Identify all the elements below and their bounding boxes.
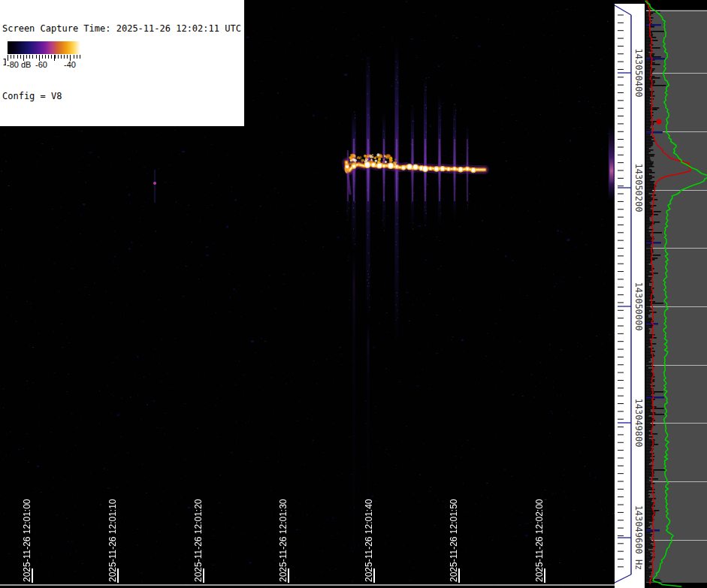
time-tick-label: 2025-11-26 12:02:00 — [534, 499, 545, 582]
time-tick-mark — [458, 568, 460, 583]
time-tick-mark — [32, 568, 33, 583]
capture-time-text: Screen Capture Time: 2025-11-26 12:02:11… — [2, 23, 241, 35]
time-tick-mark — [117, 568, 119, 583]
time-tick-label: 2025-11-26 12:01:50 — [449, 499, 459, 582]
time-tick-label: 2025-11-26 12:01:20 — [193, 499, 204, 582]
db-scale-labels: -80 dB -60 -40 — [6, 60, 84, 69]
frequency-tick-label: 143049600 Hz — [633, 505, 644, 571]
frequency-axis[interactable]: 1430504001430502001430500001430498001430… — [615, 0, 645, 588]
color-gradient-bar — [8, 41, 83, 54]
db-label-40: -40 — [64, 60, 76, 69]
time-tick-mark — [203, 568, 204, 583]
frequency-tick-label: 143050400 — [633, 48, 644, 97]
time-tick-label: 2025-11-26 12:01:40 — [364, 499, 374, 582]
time-tick-label: 2025-11-26 12:01:10 — [107, 499, 118, 582]
time-tick-mark — [373, 568, 375, 583]
time-tick-label: 2025-11-26 12:01:30 — [278, 499, 289, 582]
frequency-tick-label: 143050200 — [633, 163, 644, 212]
frequency-tick-label: 143050000 — [633, 282, 644, 330]
config-text: Config = V8 — [2, 91, 241, 102]
frequency-tick-label: 143049800 — [633, 398, 644, 447]
db-label-60: -60 — [35, 60, 47, 69]
time-tick-mark — [544, 568, 545, 583]
app-window: Screen Capture Time: 2025-11-26 12:02:11… — [0, 0, 707, 588]
ruler-minor-ticks — [8, 55, 83, 59]
spectrum-graph[interactable] — [645, 0, 707, 588]
db-label-80: -80 dB — [7, 60, 31, 69]
time-tick-label: 2025-11-26 12:01:00 — [22, 499, 32, 582]
time-tick-mark — [288, 568, 289, 583]
amplitude-color-scale: -80 dB -60 -40 — [6, 40, 84, 69]
